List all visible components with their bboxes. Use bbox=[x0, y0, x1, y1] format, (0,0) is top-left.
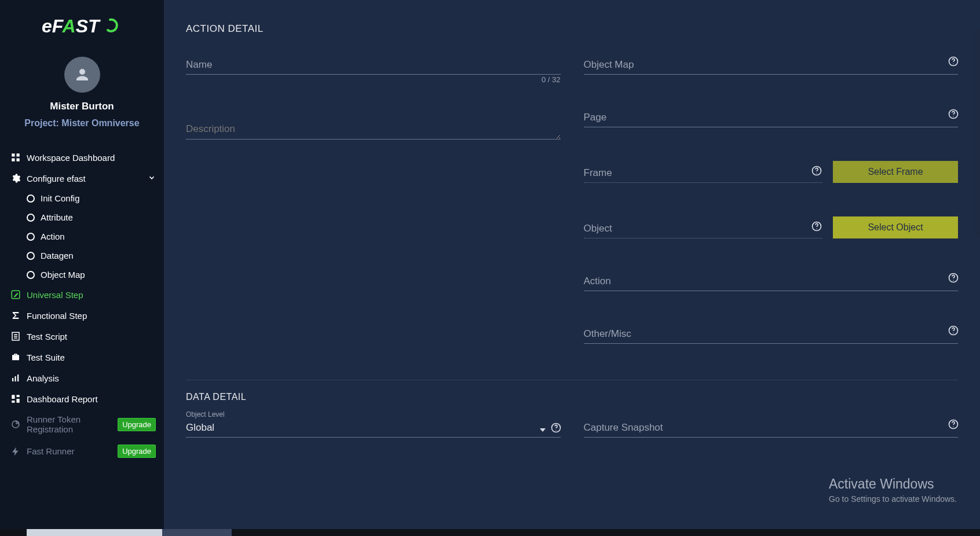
nav-dashboard-report[interactable]: Dashboard Report bbox=[0, 388, 164, 409]
pencil-icon bbox=[10, 289, 21, 300]
object-map-input[interactable] bbox=[584, 56, 959, 75]
nav-test-suite[interactable]: Test Suite bbox=[0, 347, 164, 368]
fingerprint-icon bbox=[10, 419, 21, 429]
help-icon[interactable] bbox=[948, 325, 959, 339]
svg-point-23 bbox=[816, 173, 817, 174]
svg-rect-10 bbox=[12, 378, 13, 381]
content: ACTION DETAIL 0 / 32 bbox=[170, 12, 974, 536]
name-input[interactable] bbox=[186, 56, 561, 75]
bullet-icon bbox=[27, 271, 35, 279]
field-frame bbox=[584, 164, 823, 183]
nav: Workspace Dashboard Configure efast Init… bbox=[0, 147, 164, 463]
nav-label: Universal Step bbox=[27, 290, 156, 300]
nav-universal-step[interactable]: Universal Step bbox=[0, 284, 164, 305]
subnav-label: Object Map bbox=[41, 270, 85, 280]
page-input[interactable] bbox=[584, 108, 959, 127]
help-icon[interactable] bbox=[811, 221, 822, 234]
svg-rect-1 bbox=[12, 153, 14, 156]
bolt-icon bbox=[10, 446, 21, 457]
nav-label: Test Script bbox=[27, 332, 156, 342]
nav-label: Analysis bbox=[27, 373, 156, 383]
svg-rect-15 bbox=[17, 399, 20, 403]
help-icon[interactable] bbox=[948, 108, 959, 122]
nav-label: Configure efast bbox=[27, 174, 142, 183]
svg-rect-4 bbox=[17, 159, 20, 161]
capture-snapshot-input[interactable] bbox=[584, 418, 959, 438]
help-icon[interactable] bbox=[811, 165, 822, 179]
gear-icon bbox=[10, 173, 21, 183]
main: ACTION DETAIL 0 / 32 bbox=[164, 0, 980, 536]
avatar[interactable] bbox=[64, 57, 100, 93]
dashboard-icon bbox=[10, 394, 21, 404]
nav-label: Test Suite bbox=[27, 353, 156, 362]
nav-label: Functional Step bbox=[27, 311, 156, 321]
field-description bbox=[186, 120, 561, 142]
section-title-action-detail: ACTION DETAIL bbox=[186, 23, 958, 35]
description-input[interactable] bbox=[186, 120, 561, 139]
subnav-label: Init Config bbox=[41, 193, 80, 203]
field-other-misc bbox=[584, 325, 959, 344]
upgrade-badge[interactable]: Upgrade bbox=[118, 418, 156, 431]
nav-configure-efast[interactable]: Configure efast bbox=[0, 168, 164, 189]
divider bbox=[186, 380, 958, 380]
subnav-attribute[interactable]: Attribute bbox=[0, 208, 164, 227]
upgrade-badge[interactable]: Upgrade bbox=[118, 445, 156, 458]
sidebar: eFAST Mister Burton Project: Mister Omni… bbox=[0, 0, 164, 536]
nav-label: Workspace Dashboard bbox=[27, 153, 156, 163]
sigma-icon bbox=[10, 310, 21, 321]
project-name: Project: Mister Omniverse bbox=[0, 118, 164, 129]
section-title-data-detail: DATA DETAIL bbox=[186, 392, 958, 402]
object-input[interactable] bbox=[584, 219, 823, 238]
help-icon[interactable] bbox=[948, 418, 959, 432]
svg-point-31 bbox=[555, 430, 556, 431]
subnav-label: Attribute bbox=[41, 212, 73, 222]
object-level-select[interactable]: Global bbox=[186, 418, 561, 438]
field-capture-snapshot bbox=[584, 418, 959, 438]
list-icon bbox=[10, 331, 21, 342]
frame-input[interactable] bbox=[584, 164, 823, 183]
taskbar[interactable] bbox=[0, 529, 980, 536]
svg-point-25 bbox=[816, 229, 817, 229]
svg-point-19 bbox=[953, 64, 953, 64]
bullet-icon bbox=[27, 252, 35, 260]
caret-down-icon bbox=[540, 428, 546, 432]
other-misc-input[interactable] bbox=[584, 325, 959, 344]
svg-rect-14 bbox=[17, 395, 20, 397]
svg-point-21 bbox=[953, 116, 953, 117]
help-icon[interactable] bbox=[948, 272, 959, 286]
svg-rect-12 bbox=[17, 375, 19, 381]
field-name: 0 / 32 bbox=[186, 56, 561, 75]
svg-point-27 bbox=[953, 280, 953, 281]
nav-workspace-dashboard[interactable]: Workspace Dashboard bbox=[0, 147, 164, 168]
subnav-datagen[interactable]: Datagen bbox=[0, 246, 164, 265]
user-name: Mister Burton bbox=[0, 101, 164, 112]
action-input[interactable] bbox=[584, 272, 959, 291]
svg-rect-3 bbox=[12, 159, 14, 161]
object-level-mini-label: Object Level bbox=[186, 410, 225, 418]
field-action bbox=[584, 272, 959, 291]
select-object-button[interactable]: Select Object bbox=[833, 216, 958, 238]
help-icon[interactable] bbox=[550, 422, 562, 436]
bullet-icon bbox=[27, 214, 35, 222]
subnav-object-map[interactable]: Object Map bbox=[0, 265, 164, 284]
subnav-init-config[interactable]: Init Config bbox=[0, 189, 164, 208]
subnav-label: Datagen bbox=[41, 251, 74, 260]
bullet-icon bbox=[27, 233, 35, 241]
chart-icon bbox=[10, 373, 21, 383]
nav-test-script[interactable]: Test Script bbox=[0, 326, 164, 347]
svg-text:eFAST: eFAST bbox=[42, 16, 101, 36]
svg-rect-2 bbox=[17, 153, 20, 156]
nav-runner-token[interactable]: Runner Token Registration Upgrade bbox=[0, 409, 164, 439]
svg-rect-16 bbox=[12, 401, 14, 403]
svg-rect-13 bbox=[12, 395, 14, 399]
nav-functional-step[interactable]: Functional Step bbox=[0, 305, 164, 326]
subnav-action[interactable]: Action bbox=[0, 227, 164, 246]
subnav-label: Action bbox=[41, 232, 65, 241]
grid-icon bbox=[10, 152, 21, 163]
nav-fast-runner[interactable]: Fast Runner Upgrade bbox=[0, 439, 164, 463]
select-frame-button[interactable]: Select Frame bbox=[833, 161, 958, 183]
person-icon bbox=[74, 66, 91, 83]
help-icon[interactable] bbox=[948, 56, 959, 69]
field-object-level: Object Level Global bbox=[186, 418, 561, 438]
nav-analysis[interactable]: Analysis bbox=[0, 368, 164, 388]
